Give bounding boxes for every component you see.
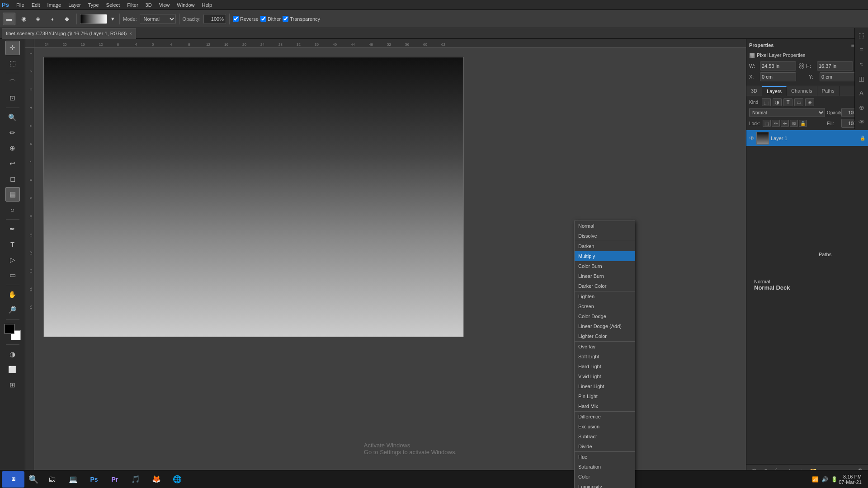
menu-type[interactable]: Type	[85, 0, 103, 10]
menu-edit[interactable]: Edit	[28, 0, 44, 10]
layer-visibility-icon[interactable]: 👁	[749, 135, 755, 141]
text-tool[interactable]: T	[5, 237, 20, 252]
kind-filter-smart[interactable]: ◈	[805, 98, 814, 106]
blend-saturation[interactable]: Saturation	[575, 462, 635, 472]
properties-icon5[interactable]: A	[856, 88, 867, 99]
blend-multiply[interactable]: Multiply	[575, 251, 635, 261]
tab-channels[interactable]: Channels	[787, 86, 817, 96]
blend-soft-light[interactable]: Soft Light	[575, 352, 635, 361]
gradient-options-btn[interactable]: ▾	[109, 13, 116, 25]
menu-image[interactable]: Image	[44, 0, 65, 10]
menu-help[interactable]: Help	[198, 0, 216, 10]
selection-tool[interactable]: ⬚	[5, 56, 20, 70]
gradient-tool[interactable]: ▤	[5, 187, 20, 202]
menu-3d[interactable]: 3D	[142, 0, 156, 10]
taskbar-computer[interactable]: 💻	[63, 471, 83, 488]
history-brush-tool[interactable]: ↩	[5, 156, 20, 171]
dither-checkbox[interactable]	[260, 16, 266, 22]
shape-tool[interactable]: ▭	[5, 268, 20, 282]
lock-all-btn[interactable]: 🔒	[799, 120, 807, 127]
clone-stamp-tool[interactable]: ⊕	[5, 141, 20, 155]
blend-darken[interactable]: Darken	[575, 241, 635, 251]
blend-color[interactable]: Color	[575, 472, 635, 482]
mode-select[interactable]: Normal	[140, 14, 176, 24]
blend-color-burn[interactable]: Color Burn	[575, 261, 635, 271]
blend-overlay[interactable]: Overlay	[575, 342, 635, 352]
close-tab-icon[interactable]: ×	[129, 31, 132, 36]
blend-subtract[interactable]: Subtract	[575, 432, 635, 441]
properties-icon3[interactable]: ≈	[856, 59, 867, 70]
taskbar-photoshop[interactable]: Ps	[84, 471, 104, 488]
taskbar-premiere[interactable]: Pr	[105, 471, 125, 488]
move-tool[interactable]: ✛	[5, 41, 20, 55]
blend-lighter-color[interactable]: Lighter Color	[575, 331, 635, 341]
opacity-input[interactable]	[203, 14, 226, 24]
blend-lighten[interactable]: Lighten	[575, 291, 635, 301]
gradient-reflected-btn[interactable]: ⬧	[46, 13, 59, 25]
properties-icon1[interactable]: ⬚	[856, 30, 867, 41]
document-tab[interactable]: tibet-scenery-C73BYJN.jpg @ 16.7% (Layer…	[2, 28, 136, 39]
blend-hard-light[interactable]: Hard Light	[575, 361, 635, 371]
y-input[interactable]	[820, 72, 856, 81]
kind-filter-pixel[interactable]: ⬚	[762, 98, 771, 106]
tray-network-icon[interactable]: 📶	[812, 476, 819, 483]
tab-layers[interactable]: Layers	[762, 86, 787, 96]
layer-item-0[interactable]: 👁 Layer 1 🔒	[746, 130, 868, 146]
blend-mode-dropdown[interactable]: Normal Dissolve Darken Multiply Color Bu…	[574, 221, 635, 488]
menu-file[interactable]: File	[13, 0, 28, 10]
menu-view[interactable]: View	[156, 0, 174, 10]
blend-luminosity[interactable]: Luminosity	[575, 482, 635, 488]
lock-artboard-btn[interactable]: ⊠	[790, 120, 798, 127]
blend-exclusion[interactable]: Exclusion	[575, 422, 635, 432]
properties-icon6[interactable]: ⊕	[856, 102, 867, 113]
blend-mode-select[interactable]: Normal	[749, 108, 825, 117]
system-clock[interactable]: 8:16 PM 07-Mar-21	[839, 474, 862, 485]
frame-tool[interactable]: ⊞	[5, 378, 20, 392]
blend-divide[interactable]: Divide	[575, 441, 635, 451]
transparency-checkbox[interactable]	[283, 16, 288, 22]
height-input[interactable]	[817, 61, 853, 70]
brush-tool[interactable]: ✏	[5, 126, 20, 140]
blend-linear-burn[interactable]: Linear Burn	[575, 271, 635, 281]
taskbar-media[interactable]: 🎵	[126, 471, 146, 488]
blend-pin-light[interactable]: Pin Light	[575, 391, 635, 401]
color-swatches[interactable]	[5, 324, 21, 340]
eraser-tool[interactable]: ◻	[5, 172, 20, 186]
reverse-checkbox[interactable]	[233, 16, 239, 22]
blend-difference[interactable]: Difference	[575, 412, 635, 422]
menu-window[interactable]: Window	[173, 0, 198, 10]
path-select-tool[interactable]: ▷	[5, 253, 20, 267]
gradient-angle-btn[interactable]: ◈	[32, 13, 44, 25]
blend-normal[interactable]: Normal	[575, 221, 635, 231]
menu-select[interactable]: Select	[103, 0, 124, 10]
blend-hue[interactable]: Hue	[575, 452, 635, 462]
layer-name-0[interactable]: Layer 1	[771, 136, 858, 141]
blend-color-dodge[interactable]: Color Dodge	[575, 311, 635, 321]
gradient-radial-btn[interactable]: ◉	[17, 13, 30, 25]
tray-battery-icon[interactable]: 🔋	[831, 476, 838, 483]
taskbar-firefox[interactable]: 🦊	[146, 471, 166, 488]
dodge-tool[interactable]: ○	[5, 202, 20, 217]
eyedropper-tool[interactable]: 🔍	[5, 110, 20, 125]
taskbar-file-explorer[interactable]: 🗂	[42, 471, 62, 488]
width-input[interactable]	[760, 61, 796, 70]
blend-screen[interactable]: Screen	[575, 301, 635, 311]
start-button[interactable]: ⊞	[2, 471, 24, 488]
gradient-linear-btn[interactable]: ▬	[3, 13, 15, 25]
blend-darker-color[interactable]: Darker Color	[575, 281, 635, 291]
crop-tool[interactable]: ⊡	[5, 91, 20, 105]
lasso-tool[interactable]: ⌒	[5, 75, 20, 90]
gradient-swatch[interactable]	[80, 14, 107, 24]
pen-tool[interactable]: ✒	[5, 222, 20, 236]
lock-transparent-btn[interactable]: ⬚	[763, 120, 771, 127]
canvas-image[interactable]	[43, 57, 464, 337]
taskbar-search[interactable]: 🔍	[25, 471, 42, 488]
kind-filter-shape[interactable]: ▭	[794, 98, 803, 106]
lock-image-btn[interactable]: ✏	[772, 120, 780, 127]
x-input[interactable]	[760, 72, 796, 81]
lock-position-btn[interactable]: ✛	[781, 120, 789, 127]
blend-hard-mix[interactable]: Hard Mix	[575, 401, 635, 411]
blend-dissolve[interactable]: Dissolve	[575, 231, 635, 241]
link-dimensions-icon[interactable]: ⛓	[798, 62, 804, 70]
menu-filter[interactable]: Filter	[123, 0, 142, 10]
